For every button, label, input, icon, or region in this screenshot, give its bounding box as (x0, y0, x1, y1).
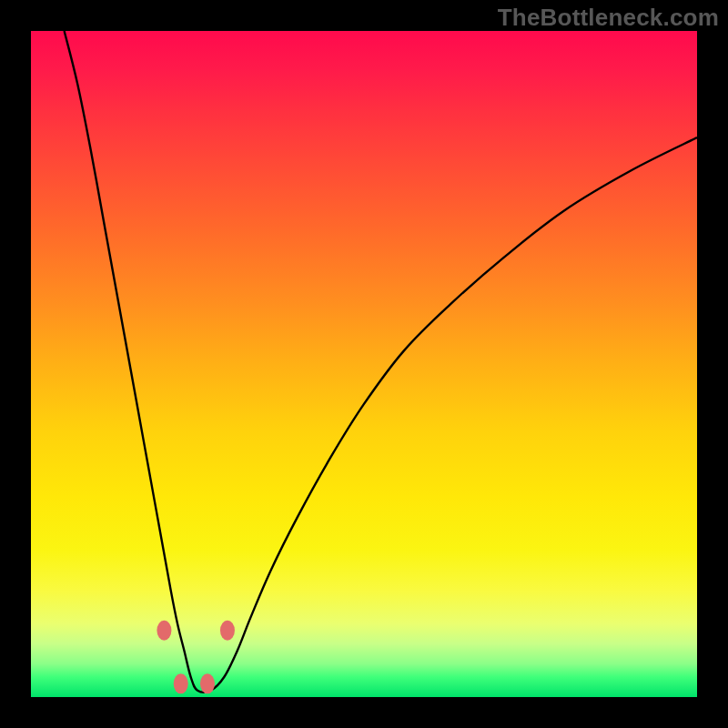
curve-layer (31, 31, 697, 697)
curve-marker (200, 673, 215, 693)
curve-marker (174, 673, 188, 693)
bottleneck-curve (65, 31, 697, 693)
curve-marker (157, 621, 171, 641)
watermark-text: TheBottleneck.com (498, 4, 719, 32)
plot-area (31, 31, 697, 697)
chart-frame: TheBottleneck.com (0, 0, 728, 728)
curve-marker (220, 621, 235, 641)
curve-markers (157, 621, 235, 694)
